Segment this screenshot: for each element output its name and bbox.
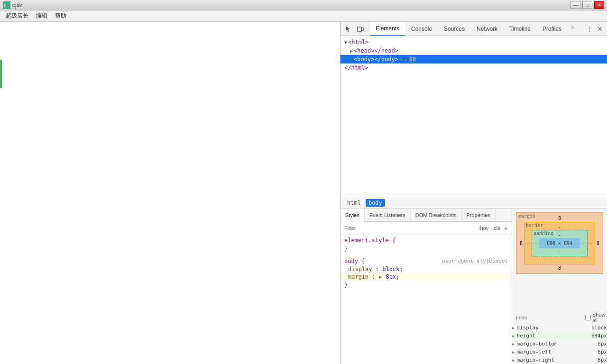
margin-bottom-value: 8 [518, 264, 601, 272]
elements-panel: ▼ <html> ▶ <head></head> ▶ <body></body>… [340, 36, 607, 364]
computed-row-margin-left: ▶ margin-left 8px [512, 348, 607, 356]
tab-properties[interactable]: Properties [462, 209, 496, 222]
padding-label: padding - [533, 231, 559, 236]
padding-bottom-dash: - [533, 248, 586, 255]
tab-event-listeners[interactable]: Event Listeners [365, 209, 411, 222]
main-container: Elements Console Sources Network Timelin… [0, 22, 607, 364]
more-tabs-button[interactable]: » [568, 22, 577, 32]
devtools-icon-group [342, 24, 366, 34]
margin-right-value: 8 [595, 222, 601, 264]
dom-tree[interactable]: ▼ <html> ▶ <head></head> ▶ <body></body>… [340, 36, 607, 197]
breadcrumb-html[interactable]: html [344, 199, 364, 207]
lower-panel: Styles Event Listeners DOM Breakpoints P… [340, 209, 607, 364]
styles-filter-input[interactable] [344, 225, 475, 231]
breadcrumb-bar: html body [340, 197, 607, 209]
breadcrumb-body[interactable]: body [366, 199, 385, 207]
cls-filter[interactable]: .cls [492, 225, 500, 231]
show-all-label[interactable]: Show all [585, 312, 606, 323]
tab-elements[interactable]: Elements [370, 22, 405, 36]
page-area [0, 22, 340, 364]
devtools-close-button[interactable]: ✕ [595, 24, 605, 34]
tab-timeline[interactable]: Timeline [504, 22, 537, 36]
svg-rect-4 [361, 28, 363, 31]
tab-console[interactable]: Console [405, 22, 438, 36]
window-titlebar: c cjdz — □ ✕ [0, 0, 607, 10]
margin-box: margin 8 8 border - [516, 212, 603, 274]
dom-line-html[interactable]: ▼ <html> [340, 38, 607, 46]
expand-arrow-head[interactable]: ▶ [350, 48, 353, 54]
expand-margin-left[interactable]: ▶ [512, 350, 515, 355]
tab-profiles[interactable]: Profiles [537, 22, 568, 36]
add-style-button[interactable]: + [504, 224, 508, 232]
padding-left-dash: - [533, 238, 539, 248]
device-icon-button[interactable] [355, 24, 366, 34]
computed-row-display: ▶ display block [512, 324, 607, 332]
tab-dom-breakpoints[interactable]: DOM Breakpoints [411, 209, 462, 222]
tab-sources[interactable]: Sources [438, 22, 471, 36]
minimize-button[interactable]: — [570, 1, 580, 9]
devtools-toolbar: Elements Console Sources Network Timelin… [340, 22, 607, 36]
expand-margin-bottom[interactable]: ▶ [512, 342, 515, 346]
dom-line-head[interactable]: ▶ <head></head> [340, 46, 607, 55]
devtools-menu-button[interactable]: ⋮ [584, 24, 595, 34]
content-box: 690 × 694 [539, 238, 580, 248]
svg-text:c: c [4, 3, 6, 8]
margin-label: margin [518, 214, 535, 219]
cursor-icon-button[interactable] [342, 24, 354, 34]
border-right-dash: - [588, 230, 593, 256]
svg-rect-3 [358, 27, 361, 32]
style-display-line: display : block; [340, 265, 512, 273]
expand-margin-right[interactable]: ▶ [512, 358, 515, 363]
expand-arrow-body[interactable]: ▶ [350, 57, 353, 62]
menu-edit[interactable]: 编辑 [32, 11, 51, 21]
computed-filter-input[interactable] [516, 315, 581, 320]
maximize-button[interactable]: □ [582, 1, 592, 9]
menu-help[interactable]: 帮助 [51, 11, 70, 21]
devtools-tabs: Elements Console Sources Network Timelin… [370, 22, 584, 36]
border-left-dash: - [526, 230, 532, 256]
window-title: cjdz [12, 2, 570, 9]
svg-marker-2 [346, 26, 350, 32]
style-rule-element: element.style { } [340, 236, 512, 253]
style-margin-line: margin : ▶ 8px; [340, 273, 512, 281]
show-all-checkbox[interactable] [585, 315, 591, 320]
page-left-border [0, 60, 2, 88]
box-model-container: margin 8 8 border - [512, 209, 607, 311]
styles-tabs: Styles Event Listeners DOM Breakpoints P… [340, 209, 512, 222]
dom-line-body[interactable]: ▶ <body></body> == $0 [340, 55, 607, 64]
tab-styles[interactable]: Styles [340, 209, 365, 222]
close-button[interactable]: ✕ [594, 1, 604, 9]
expand-display[interactable]: ▶ [512, 326, 515, 330]
padding-box: padding - - - 690 × 694 - [532, 230, 588, 256]
tab-network[interactable]: Network [471, 22, 504, 36]
border-label: border [526, 223, 543, 228]
devtools-panel: Elements Console Sources Network Timelin… [340, 22, 607, 364]
expand-height[interactable]: ▶ [512, 334, 515, 338]
dom-line-html-close[interactable]: </html> [340, 64, 607, 72]
border-box: border - - padding - - [524, 222, 595, 264]
expand-arrow-html[interactable]: ▼ [344, 40, 347, 45]
computed-filter-bar: Show all [512, 311, 607, 324]
menubar: 超级店长 编辑 帮助 [0, 10, 607, 22]
styles-panel: Styles Event Listeners DOM Breakpoints P… [340, 209, 512, 364]
computed-section[interactable]: ▶ display block ▶ height 694px ▶ margin-… [512, 324, 607, 364]
window-controls: — □ ✕ [570, 1, 604, 9]
pseudo-filter[interactable]: :hov [479, 225, 489, 231]
computed-row-margin-bottom: ▶ margin-bottom 8px [512, 340, 607, 348]
window-icon: c [3, 1, 10, 9]
computed-row-height: ▶ height 694px [512, 332, 607, 340]
styles-filter-bar: :hov .cls + [340, 222, 512, 234]
computed-row-margin-right: ▶ margin-right 8px [512, 356, 607, 364]
box-model-panel: margin 8 8 border - [512, 209, 607, 364]
padding-right-dash: - [580, 238, 586, 248]
border-bottom-dash: - [526, 256, 593, 263]
style-rule-body: body { user agent stylesheet display : b… [340, 257, 512, 289]
menu-superadmin[interactable]: 超级店长 [2, 11, 32, 21]
style-source-label: user agent stylesheet [442, 258, 508, 264]
margin-left-value: 8 [518, 222, 524, 264]
styles-content[interactable]: element.style { } body { user agent styl… [340, 234, 512, 364]
